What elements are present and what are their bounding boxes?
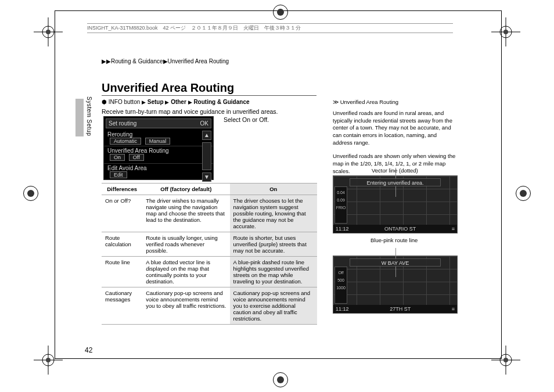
col-off: Off (factory default) [142, 184, 229, 195]
map-street: ONTARIO ST [384, 226, 416, 232]
map-banner: W BAY AVE [350, 258, 441, 267]
rerouting-automatic: Automatic [110, 138, 141, 145]
page-number: 42 [85, 346, 92, 354]
row-off: The driver wishes to manually navigate u… [142, 195, 229, 232]
menu-icon: ≡ [452, 226, 455, 232]
map-screenshot-vector: Entering unverified area. 0.040.09FRIO 1… [333, 175, 458, 233]
menu-icon: ≡ [452, 306, 455, 312]
right-p1: Unverified roads are found in rural area… [333, 110, 458, 147]
editavoid-edit: Edit [110, 171, 127, 178]
title-rule [102, 95, 316, 96]
row-on: Route is shorter, but uses unverified (p… [230, 232, 317, 257]
set-routing-screenshot: Set routing OK Rerouting Automatic Manua… [103, 116, 214, 180]
row-off: A blue dotted vector line is displayed o… [142, 257, 229, 287]
intro-text: Receive turn-by-turn map and voice guida… [102, 108, 278, 115]
nav-path: ⬢ INFO button ▶ Setup ▶ Other ▶ Routing … [102, 99, 250, 105]
registration-dot-icon [273, 372, 288, 387]
map-screenshot-route: W BAY AVE Off5001000 11:12 27TH ST ≡ [333, 256, 458, 314]
rerouting-manual: Manual [145, 138, 171, 145]
ok-button: OK [200, 120, 208, 127]
map-gauge: 0.040.09FRIO [334, 186, 347, 224]
map-gauge: Off5001000 [334, 267, 347, 304]
editavoid-label: Edit Avoid Area [107, 165, 147, 171]
crop-mark-icon [34, 346, 63, 375]
map-street: 27TH ST [390, 306, 411, 312]
crop-mark-icon [491, 346, 520, 375]
scroll-down-icon: ▼ [202, 172, 211, 182]
section-tab [75, 99, 84, 136]
row-off: Cautionary pop-up screens and voice anno… [142, 287, 229, 325]
differences-table: Differences Off (factory default) On On … [102, 183, 317, 325]
svg-point-7 [503, 30, 508, 34]
breadcrumb: ▶▶Routing & Guidance▶Unverified Area Rou… [102, 58, 229, 64]
col-differences: Differences [102, 184, 142, 195]
map-banner: Entering unverified area. [350, 178, 441, 186]
row-off: Route is usually longer, using verified … [142, 232, 229, 257]
registration-dot-icon [516, 186, 531, 201]
registration-dot-icon [273, 5, 288, 20]
row-on: The driver chooses to let the navigation… [230, 195, 317, 232]
map-time: 11:12 [336, 226, 349, 232]
unverified-label: Unverified Area Routing [107, 148, 169, 154]
bluepink-label: Blue-pink route line [370, 237, 418, 243]
col-on: On [230, 184, 317, 195]
file-meta: INSIGHT_KA-31TM8820.book 42 ページ ２０１１年８月９… [87, 23, 453, 33]
unverified-off: Off [129, 154, 144, 161]
rerouting-label: Rerouting [107, 131, 170, 138]
svg-point-3 [46, 30, 51, 34]
map-time: 11:12 [336, 306, 349, 312]
crop-mark-icon [491, 17, 520, 46]
svg-point-11 [46, 358, 51, 362]
page-title: Unverified Area Routing [102, 81, 234, 95]
row-on: Cautionary pop-up screens and voice anno… [230, 287, 317, 325]
unverified-on: On [110, 154, 125, 161]
crop-mark-icon [34, 17, 63, 46]
row-on: A blue-pink dashed route line highlights… [230, 257, 317, 287]
setrouting-title: Set routing [109, 120, 136, 127]
registration-dot-icon [23, 186, 38, 201]
row-label: Route line [102, 257, 142, 287]
scroll-up-icon: ▲ [202, 131, 211, 140]
svg-point-15 [503, 358, 508, 362]
select-instruction: Select On or Off. [224, 116, 269, 123]
section-label: System Setup [86, 96, 92, 136]
row-label: On or Off? [102, 195, 142, 232]
scroll-track [202, 142, 211, 170]
row-label: Route calculation [102, 232, 142, 257]
row-label: Cautionary messages [102, 287, 142, 325]
